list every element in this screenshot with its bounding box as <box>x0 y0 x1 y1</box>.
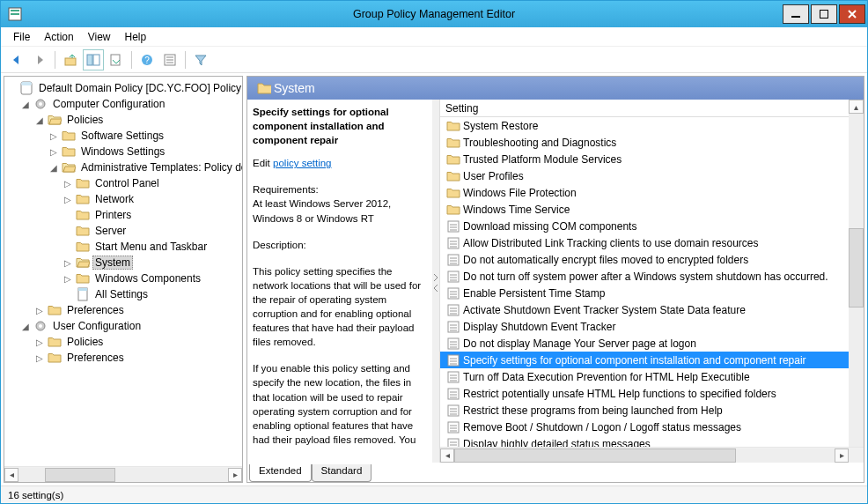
list-setting[interactable]: Turn off Data Execution Prevention for H… <box>440 368 849 385</box>
tree-windows-settings[interactable]: ▷Windows Settings <box>6 144 243 159</box>
menu-help[interactable]: Help <box>118 29 154 45</box>
list-setting[interactable]: Specify settings for optional component … <box>440 352 849 368</box>
up-button[interactable] <box>60 49 81 70</box>
tree-windows-components[interactable]: ▷Windows Components <box>6 271 243 286</box>
menu-view[interactable]: View <box>81 29 118 45</box>
list-setting[interactable]: Allow Distributed Link Tracking clients … <box>440 234 849 251</box>
tree-user-policies[interactable]: ▷Policies <box>6 334 243 350</box>
list-hscroll[interactable]: ◂ ▸ <box>440 447 864 463</box>
setting-icon <box>446 236 460 250</box>
tree-toggle[interactable]: ▷ <box>34 352 45 363</box>
toolbar: ? <box>1 47 867 73</box>
tree-preferences[interactable]: ▷Preferences <box>6 302 243 318</box>
svg-rect-3 <box>791 16 800 18</box>
properties-button[interactable] <box>159 49 180 70</box>
list-setting[interactable]: Display Shutdown Event Tracker <box>440 318 849 335</box>
tree-user-preferences[interactable]: ▷Preferences <box>6 350 243 366</box>
description-panel: Specify settings for optional component … <box>247 100 432 463</box>
list-folder[interactable]: Trusted Platform Module Services <box>440 151 849 167</box>
export-button[interactable] <box>106 49 127 70</box>
menu-bar: File Action View Help <box>1 27 867 47</box>
minimize-button[interactable] <box>783 4 809 24</box>
list-setting[interactable]: Enable Persistent Time Stamp <box>440 285 849 301</box>
list-folder[interactable]: User Profiles <box>440 167 849 184</box>
column-header-setting[interactable]: Setting <box>440 100 864 117</box>
close-button[interactable] <box>839 4 865 24</box>
tree-toggle[interactable]: ▷ <box>48 130 59 141</box>
tree-toggle[interactable]: ▷ <box>48 146 59 157</box>
menu-file[interactable]: File <box>6 29 37 45</box>
svg-rect-2 <box>11 13 19 15</box>
edit-policy-link[interactable]: policy setting <box>273 158 331 168</box>
list-setting[interactable]: Do not display Manage Your Server page a… <box>440 335 849 352</box>
tree-toggle[interactable]: ◢ <box>48 162 59 173</box>
tree-computer-config[interactable]: ◢Computer Configuration <box>6 96 243 112</box>
tree-root[interactable]: Default Domain Policy [DC.YC.FOO] Policy <box>6 80 243 96</box>
list-folder[interactable]: Windows File Protection <box>440 184 849 201</box>
back-button[interactable] <box>6 49 27 70</box>
list-setting[interactable]: Restrict these programs from being launc… <box>440 402 849 419</box>
list-setting[interactable]: Do not turn off system power after a Win… <box>440 268 849 285</box>
list-setting[interactable]: Display highly detailed status messages <box>440 435 849 447</box>
svg-rect-75 <box>448 439 459 448</box>
tab-standard[interactable]: Standard <box>312 464 372 482</box>
tree-toggle[interactable]: ▷ <box>63 257 73 268</box>
setting-icon <box>446 437 460 448</box>
list-setting[interactable]: Download missing COM components <box>440 218 849 234</box>
svg-rect-16 <box>21 82 32 85</box>
maximize-button[interactable] <box>811 4 837 24</box>
tree-hscroll[interactable]: ◂ ▸ <box>4 466 242 482</box>
tree-toggle[interactable]: ◢ <box>34 115 45 125</box>
tree-software-settings[interactable]: ▷Software Settings <box>6 128 243 144</box>
list-folder[interactable]: System Restore <box>440 117 849 134</box>
list-folder[interactable]: Troubleshooting and Diagnostics <box>440 134 849 151</box>
list-folder[interactable]: Windows Time Service <box>440 201 849 218</box>
window-title: Group Policy Management Editor <box>353 8 515 20</box>
help-button[interactable]: ? <box>136 49 158 70</box>
folder-icon <box>446 152 460 167</box>
splitter[interactable] <box>432 100 439 463</box>
tab-extended[interactable]: Extended <box>249 464 312 482</box>
folder-icon <box>446 136 460 150</box>
tree-toggle[interactable]: ▷ <box>63 178 73 189</box>
show-hide-tree-button[interactable] <box>83 49 104 70</box>
menu-action[interactable]: Action <box>37 29 80 45</box>
filter-button[interactable] <box>190 49 211 70</box>
tree-all-settings[interactable]: All Settings <box>6 286 243 302</box>
list-setting[interactable]: Activate Shutdown Event Tracker System S… <box>440 301 849 318</box>
list-vscroll[interactable]: ▴ ▾ <box>849 100 864 463</box>
tree-toggle[interactable]: ▷ <box>34 305 45 315</box>
settings-list-panel: Setting System RestoreTroubleshooting an… <box>439 100 864 463</box>
tree-toggle[interactable]: ▷ <box>34 337 45 347</box>
tree-policies[interactable]: ◢Policies <box>6 112 243 128</box>
app-icon <box>8 7 22 21</box>
list-setting[interactable]: Remove Boot / Shutdown / Logon / Logoff … <box>440 419 849 435</box>
tree-admin-templates[interactable]: ◢Administrative Templates: Policy defini… <box>6 159 243 175</box>
tree-user-config[interactable]: ◢User Configuration <box>6 318 243 334</box>
list-setting[interactable]: Do not automatically encrypt files moved… <box>440 251 849 268</box>
tree-toggle[interactable]: ◢ <box>20 99 31 109</box>
tree-toggle[interactable]: ◢ <box>20 321 31 331</box>
folder-icon <box>446 203 460 217</box>
tree-server[interactable]: Server <box>6 223 243 239</box>
tree-control-panel[interactable]: ▷Control Panel <box>6 175 243 191</box>
tabs-bar: Extended Standard <box>247 463 864 482</box>
tree-server-icon <box>76 224 90 238</box>
tree-printers[interactable]: Printers <box>6 207 243 223</box>
folder-icon <box>446 119 460 133</box>
tree-network[interactable]: ▷Network <box>6 191 243 207</box>
tree-system[interactable]: ▷System <box>6 255 243 271</box>
list-setting[interactable]: Restrict potentially unsafe HTML Help fu… <box>440 385 849 402</box>
tree-toggle[interactable]: ▷ <box>63 273 73 284</box>
tree-network-icon <box>76 192 90 206</box>
tree-computer-config-icon <box>33 97 48 111</box>
setting-icon <box>446 253 460 267</box>
tree-user-preferences-icon <box>48 351 62 365</box>
tree-windows-components-icon <box>76 271 90 285</box>
tree-toggle[interactable]: ▷ <box>63 194 73 204</box>
tree-windows-settings-icon <box>62 145 76 159</box>
setting-name: Specify settings for optional component … <box>253 105 425 147</box>
tree-user-policies-icon <box>48 335 62 349</box>
forward-button[interactable] <box>29 49 50 70</box>
tree-start-menu[interactable]: Start Menu and Taskbar <box>6 239 243 255</box>
